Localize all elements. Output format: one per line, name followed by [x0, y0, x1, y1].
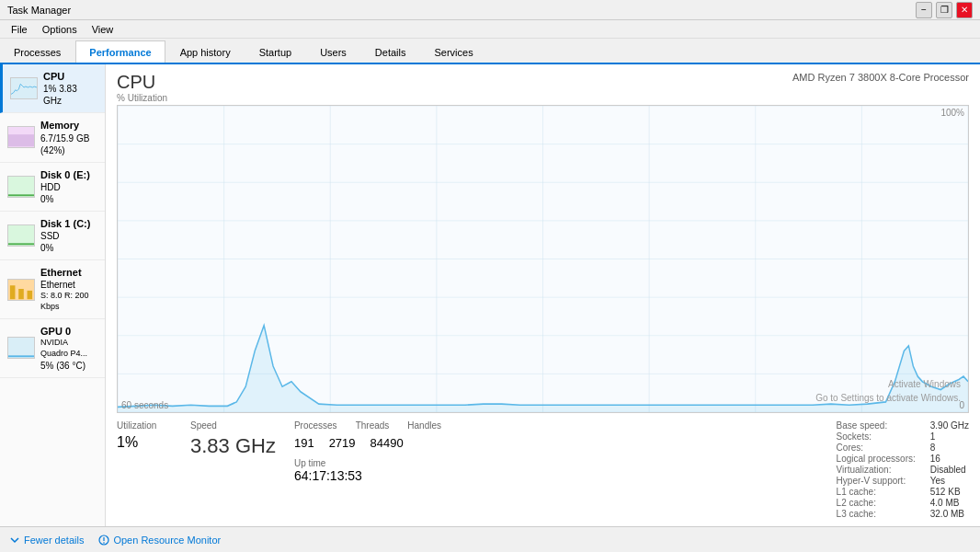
speed-value: 3.83 GHz [190, 434, 276, 458]
resource-monitor-icon [98, 535, 109, 546]
sidebar-cpu-name: CPU [43, 70, 97, 83]
sidebar-disk1-detail: 0% [40, 242, 90, 254]
tabbar: Processes Performance App history Startu… [0, 39, 980, 64]
l2-label: L2 cache: [837, 498, 916, 508]
base-speed-value: 3.90 GHz [930, 420, 969, 431]
sidebar-eth-type: Ethernet [40, 279, 97, 291]
menubar: File Options View [0, 20, 980, 39]
tab-processes[interactable]: Processes [0, 40, 74, 63]
menu-options[interactable]: Options [35, 22, 85, 37]
tab-users[interactable]: Users [306, 40, 360, 63]
utilization-label-stat: Utilization [117, 420, 172, 431]
svg-point-28 [104, 542, 106, 544]
base-speed-label: Base speed: [837, 420, 916, 431]
sidebar-cpu-text: CPU 1% 3.83 GHz [43, 70, 97, 107]
page-title: CPU % Utilization [117, 72, 167, 103]
hyperv-label: Hyper-V support: [837, 476, 916, 486]
sidebar-item-disk1[interactable]: Disk 1 (C:) SSD 0% [0, 212, 105, 260]
sidebar-gpu0-name: GPU 0 [40, 325, 97, 338]
sidebar-disk1-type: SSD [40, 230, 90, 242]
sidebar-thumb-gpu [7, 337, 35, 359]
processor-name: AMD Ryzen 7 3800X 8-Core Processor [792, 72, 969, 83]
l2-value: 4.0 MB [930, 498, 969, 508]
chart-y-max: 100% [940, 108, 964, 118]
close-button[interactable]: ✕ [956, 2, 973, 18]
sidebar-gpu0-detail: 5% (36 °C) [40, 360, 97, 372]
restore-button[interactable]: ❐ [936, 2, 952, 18]
sidebar-item-cpu[interactable]: CPU 1% 3.83 GHz [0, 64, 105, 113]
chart-svg [118, 106, 968, 412]
stat-utilization: Utilization 1% [117, 420, 172, 519]
sidebar-disk1-text: Disk 1 (C:) SSD 0% [40, 217, 90, 254]
sidebar: CPU 1% 3.83 GHz Memory 6.7/15.9 GB (42%) [0, 64, 106, 526]
content-area: CPU % Utilization AMD Ryzen 7 3800X 8-Co… [106, 64, 980, 526]
uptime-value: 64:17:13:53 [294, 468, 362, 483]
bottom-bar: Fewer details Open Resource Monitor [0, 526, 980, 552]
sidebar-thumb-cpu [10, 77, 38, 99]
sidebar-gpu0-text: GPU 0 NVIDIA Quadro P4... 5% (36 °C) [40, 325, 97, 372]
resource-monitor-link[interactable]: Open Resource Monitor [98, 535, 221, 546]
uptime-section: Up time 64:17:13:53 [294, 457, 460, 483]
svg-rect-2 [8, 243, 34, 245]
sidebar-gpu0-model: NVIDIA Quadro P4... [40, 338, 97, 359]
tab-details[interactable]: Details [361, 40, 420, 63]
utilization-label: % Utilization [117, 93, 167, 103]
tab-apphistory[interactable]: App history [166, 40, 245, 63]
sidebar-eth-text: Ethernet Ethernet S: 8.0 R: 200 Kbps [40, 266, 97, 313]
titlebar-controls: − ❐ ✕ [916, 2, 973, 18]
menu-file[interactable]: File [4, 22, 35, 37]
svg-rect-0 [8, 135, 34, 147]
sidebar-item-disk0[interactable]: Disk 0 (E:) HDD 0% [0, 163, 105, 212]
fewer-details-link[interactable]: Fewer details [9, 535, 84, 546]
threads-value: 2719 [329, 436, 356, 450]
sidebar-eth-detail: S: 8.0 R: 200 Kbps [40, 291, 97, 312]
sockets-label: Sockets: [837, 431, 916, 442]
threads-label: Threads [356, 420, 390, 431]
svg-rect-1 [8, 194, 34, 196]
sidebar-thumb-disk0 [7, 176, 35, 198]
cores-value: 8 [930, 443, 969, 453]
tab-startup[interactable]: Startup [245, 40, 305, 63]
sidebar-disk1-name: Disk 1 (C:) [40, 217, 90, 230]
handles-label: Handles [407, 420, 441, 431]
watermark-line1: Activate Windows [815, 377, 961, 391]
sidebar-thumb-eth [7, 279, 35, 301]
sidebar-thumb-mem [7, 126, 35, 148]
uptime-label: Up time [294, 458, 325, 468]
stats-area: Utilization 1% Speed 3.83 GHz Processes … [117, 420, 969, 519]
fewer-details-icon [9, 535, 20, 546]
menu-view[interactable]: View [85, 22, 121, 37]
speed-label: Speed [190, 420, 276, 431]
cpu-chart: 100% 60 seconds 0 [117, 105, 969, 413]
watermark-line2: Go to Settings to activate Windows. [815, 391, 961, 405]
sidebar-disk0-type: HDD [40, 181, 90, 193]
sidebar-mem-detail: 6.7/15.9 GB (42%) [40, 132, 97, 156]
sidebar-item-ethernet[interactable]: Ethernet Ethernet S: 8.0 R: 200 Kbps [0, 260, 105, 319]
sidebar-item-gpu0[interactable]: GPU 0 NVIDIA Quadro P4... 5% (36 °C) [0, 319, 105, 378]
stat-counts: Processes Threads Handles 191 2719 84490… [294, 420, 460, 519]
activate-watermark: Activate Windows Go to Settings to activ… [815, 377, 961, 405]
content-header: CPU % Utilization AMD Ryzen 7 3800X 8-Co… [117, 72, 969, 103]
tab-performance[interactable]: Performance [75, 40, 165, 63]
sidebar-eth-name: Ethernet [40, 266, 97, 279]
l1-value: 512 KB [930, 487, 969, 497]
sidebar-disk0-detail: 0% [40, 193, 90, 205]
fewer-details-label: Fewer details [24, 535, 84, 546]
svg-rect-3 [10, 285, 16, 299]
sidebar-mem-text: Memory 6.7/15.9 GB (42%) [40, 119, 97, 155]
processes-label: Processes [294, 420, 337, 431]
sidebar-item-memory[interactable]: Memory 6.7/15.9 GB (42%) [0, 113, 105, 162]
stats-table: Base speed: 3.90 GHz Sockets: 1 Cores: 8… [837, 420, 969, 519]
main-container: CPU 1% 3.83 GHz Memory 6.7/15.9 GB (42%) [0, 64, 980, 526]
hyperv-value: Yes [930, 476, 969, 486]
chart-x-label: 60 seconds [121, 400, 168, 410]
sidebar-thumb-disk1 [7, 224, 35, 247]
tab-services[interactable]: Services [420, 40, 486, 63]
minimize-button[interactable]: − [916, 2, 932, 18]
sidebar-mem-name: Memory [40, 119, 97, 132]
logical-label: Logical processors: [837, 454, 916, 464]
svg-rect-5 [28, 290, 33, 298]
processes-value: 191 [294, 436, 314, 450]
counts-labels: Processes Threads Handles [294, 420, 460, 431]
sockets-value: 1 [930, 431, 969, 442]
